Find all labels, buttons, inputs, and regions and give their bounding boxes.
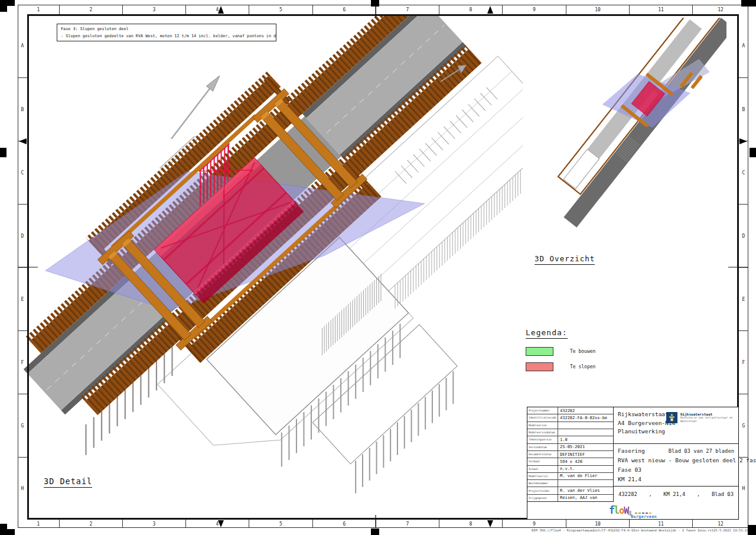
- project-stage: Planuitwerking: [618, 427, 734, 436]
- title-block-field-row: Projectnummer432282: [527, 407, 613, 414]
- field-value: 432282: [558, 407, 613, 414]
- print-datetime: 25-5-2021 10:51:29: [713, 528, 749, 532]
- title-block-field-row: VrijgegevenReisen, AAJ van: [527, 495, 613, 501]
- ruler-column-9: 9: [502, 5, 566, 14]
- legend-label: Te bouwen: [570, 349, 595, 354]
- field-value: M. van de Flier: [558, 473, 613, 479]
- field-value: n.v.t.: [558, 466, 613, 472]
- rws-logo-name: Rijkswaterstaat: [680, 412, 734, 416]
- footer-km: KM 21,4: [663, 491, 685, 497]
- title-block-field-row: Modelversiedatum: [527, 429, 613, 436]
- ruler-column-8: 8: [439, 5, 502, 14]
- title-block-field-row: Tekeningversie1.0: [527, 436, 613, 443]
- field-value: [558, 480, 613, 487]
- ruler-row-C: C: [18, 141, 27, 204]
- field-value: 1.0: [558, 436, 613, 443]
- field-label: Documentstatus: [527, 451, 558, 458]
- footer-project-number: 432282: [618, 491, 637, 497]
- ruler-row-G: G: [739, 394, 748, 457]
- ruler-column-2: 2: [59, 5, 122, 14]
- ruler-row-C: C: [739, 141, 748, 204]
- ruler-row-B: B: [18, 77, 27, 141]
- ruler-column-3: 3: [122, 520, 185, 528]
- title-block-field-row: DocumentstatusDEFINITIEF: [527, 451, 613, 458]
- title-block-organisation: Rijkswaterstaat A4 Burgerveen-N14 Planui…: [614, 407, 738, 444]
- ruler-column-1: 1: [18, 520, 59, 528]
- field-label: Modelversiedatum: [527, 429, 558, 436]
- rws-logo-ministry: Ministerie van Infrastructuur en Waterst…: [680, 416, 734, 423]
- field-label: Formaat: [527, 458, 558, 465]
- field-label: Vrijgegeven: [527, 495, 558, 501]
- ruler-column-11: 11: [629, 520, 692, 528]
- ruler-column-12: 12: [692, 520, 748, 528]
- ruler-column-2: 2: [59, 520, 122, 528]
- footer-separator: ,: [649, 491, 651, 497]
- title-block-field-row: Formaat594 x 420: [527, 458, 613, 465]
- field-value: 594 x 420: [558, 458, 613, 465]
- legend-swatch: [526, 362, 553, 371]
- ruler-column-12: 12: [692, 5, 748, 14]
- ruler-row-F: F: [18, 330, 27, 394]
- subject-description: RVA west nieuw - Bouw gesloten deel 2 fa…: [618, 456, 734, 465]
- legend-label: Te slopen: [570, 364, 595, 369]
- ruler-row-B: B: [739, 77, 748, 141]
- phase-note-box: Fase 3: Slopen gesloten deel - Slopen ge…: [57, 24, 276, 41]
- field-value: Reisen, AAJ van: [558, 495, 613, 501]
- title-block-footer-row: 432282 , KM 21,4 , Blad 03: [614, 487, 738, 502]
- field-label: Projectleider: [527, 487, 558, 494]
- ruler-column-4: 4: [185, 520, 249, 528]
- title-block-field-row: Versiedatum25-05-2021: [527, 444, 613, 451]
- ruler-row-D: D: [18, 204, 27, 267]
- ruler-row-G: G: [18, 394, 27, 457]
- legend-item: Te bouwen: [526, 347, 595, 356]
- ruler-column-5: 5: [249, 5, 312, 14]
- ruler-column-1: 1: [18, 5, 59, 14]
- title-block-field-row: Modelleur(s)M. van de Flier: [527, 473, 613, 480]
- ruler-column-6: 6: [312, 5, 376, 14]
- title-block-field-row: Modelversie: [527, 422, 613, 429]
- ruler-column-10: 10: [566, 520, 629, 528]
- field-value: [558, 422, 613, 429]
- title-block: Projectnummer432282Identificatiecode4322…: [527, 407, 739, 520]
- flow4-logo: f l o W 4 Burgerveen: [527, 502, 738, 519]
- rws-emblem-icon: [666, 412, 677, 423]
- ruler-column-8: 8: [439, 520, 502, 528]
- flow-letter-4: 4: [627, 510, 632, 517]
- field-value: 432282-FA-0-02xx-be: [558, 414, 613, 421]
- field-label: Versiedatum: [527, 444, 558, 450]
- legend-title: Legenda:: [526, 328, 568, 339]
- ruler-column-9: 9: [502, 520, 566, 528]
- subject-phase: Fase 03: [618, 465, 734, 475]
- field-label: Besteknummer: [527, 480, 558, 487]
- footer-separator: ,: [697, 491, 700, 497]
- ruler-row-E: E: [18, 267, 27, 330]
- field-value: DEFINITIEF: [558, 451, 613, 458]
- ruler-row-H: H: [739, 457, 748, 520]
- sheet-count: Blad 03 van 27 bladen: [669, 446, 734, 456]
- footer-sheet-number: Blad 03: [712, 491, 734, 497]
- legend: Legenda: Te bouwenTe slopen: [526, 326, 595, 378]
- legend-swatch: [526, 347, 553, 356]
- field-value: R. van der Vlies: [558, 487, 613, 494]
- status-bar: BIM 360://Flow4 - Ringvaartaquaduct/CF-4…: [532, 528, 738, 532]
- ruler-column-3: 3: [122, 5, 185, 14]
- title-block-field-row: Besteknummer: [527, 480, 613, 487]
- view-label-3d-overview: 3D Overzicht: [535, 254, 595, 265]
- subject-title: Fasering: [618, 446, 645, 456]
- rijkswaterstaat-logo: Rijkswaterstaat Ministerie van Infrastru…: [666, 412, 734, 423]
- ruler-column-6: 6: [312, 520, 376, 528]
- field-label: Projectnummer: [527, 407, 558, 414]
- ruler-row-A: A: [739, 14, 748, 77]
- title-block-field-row: Identificatiecode432282-FA-0-02xx-be: [527, 414, 613, 421]
- legend-item: Te slopen: [526, 362, 595, 371]
- drawing-sheet: { "sheet": { "phase_note": { "line1": "F…: [0, 0, 756, 535]
- phase-note-line1: Fase 3: Slopen gesloten deel: [61, 25, 272, 33]
- field-label: Tekeningversie: [527, 436, 558, 443]
- ruler-row-H: H: [18, 457, 27, 520]
- ruler-column-11: 11: [629, 5, 692, 14]
- flow4-burgerveen-label: Burgerveen: [631, 514, 657, 519]
- ruler-row-E: E: [739, 267, 748, 330]
- title-block-subject: Fasering Blad 03 van 27 bladen RVA west …: [614, 444, 738, 487]
- ruler-row-D: D: [739, 204, 748, 267]
- field-value: [558, 429, 613, 436]
